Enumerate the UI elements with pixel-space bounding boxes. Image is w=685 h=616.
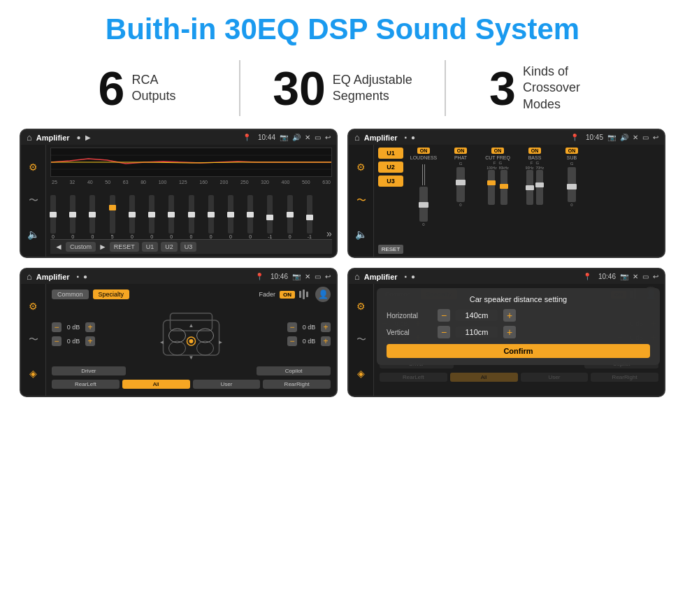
- eq-dot-icon: ●: [77, 134, 81, 141]
- eq-graph: [50, 148, 332, 177]
- stat-rca-label: RCA Outputs: [131, 72, 175, 105]
- eq-u3-button[interactable]: U3: [180, 242, 197, 252]
- eq-slider-2: 0: [89, 195, 95, 239]
- svg-point-8: [197, 341, 214, 355]
- user-button[interactable]: User: [193, 380, 261, 389]
- distance-title: Amplifier: [364, 273, 398, 281]
- copilot-button[interactable]: Copilot: [257, 366, 331, 375]
- vol-minus-3[interactable]: −: [287, 336, 297, 346]
- fader-screen: ⌂ Amplifier ▪ ● 📍 10:46 📷 ✕ ▭ ↩ ⚙ 〜 ◈ Co…: [20, 268, 338, 397]
- home-icon[interactable]: ⌂: [27, 132, 32, 143]
- distance-pin-icon: 📍: [583, 273, 591, 280]
- crossover-sidebar-eq-icon[interactable]: ⚙: [353, 159, 370, 176]
- eq-slider-5: 0: [149, 195, 154, 239]
- vol-minus-2[interactable]: −: [287, 322, 297, 332]
- channel-bass: ON BASS FG 90Hz 70Hz: [517, 148, 552, 254]
- sub-on-button[interactable]: ON: [565, 148, 579, 154]
- distance-sidebar-speaker-icon[interactable]: ◈: [353, 365, 370, 382]
- bass-on-button[interactable]: ON: [528, 148, 542, 154]
- eq-play-icon: ▶: [85, 134, 91, 141]
- horizontal-minus-button[interactable]: −: [438, 309, 450, 322]
- distance-sidebar-eq-icon[interactable]: ⚙: [353, 298, 370, 315]
- sub-label: SUB: [567, 155, 577, 160]
- eq-u1-button[interactable]: U1: [142, 242, 159, 252]
- crossover-back-icon[interactable]: ↩: [653, 134, 658, 141]
- distance-back-icon[interactable]: ↩: [653, 273, 658, 280]
- vol-control-0: − 0 dB +: [52, 322, 95, 332]
- expand-icon[interactable]: »: [326, 228, 332, 239]
- rearleft-button[interactable]: RearLeft: [52, 380, 120, 389]
- vol-plus-2[interactable]: +: [321, 322, 331, 332]
- crossover-sound-icon: 🔊: [620, 134, 628, 141]
- crossover-sidebar-wave-icon[interactable]: 〜: [353, 192, 370, 209]
- u1-button[interactable]: U1: [378, 148, 403, 159]
- crossover-main: U1 U2 U3 RESET ON LOUDNESS: [374, 145, 664, 257]
- fader-left-controls: − 0 dB + − 0 dB +: [52, 322, 95, 346]
- crossover-body: ⚙ 〜 🔈 U1 U2 U3 RESET ON LOUDNESS: [349, 145, 664, 257]
- eq-u2-button[interactable]: U2: [161, 242, 178, 252]
- fader-body: ⚙ 〜 ◈ Common Specialty Fader ON 👤: [21, 284, 336, 396]
- fader-sidebar-wave-icon[interactable]: 〜: [25, 331, 42, 348]
- eq-slider-12: 0: [287, 195, 293, 239]
- confirm-button[interactable]: Confirm: [387, 344, 650, 358]
- fader-back-icon[interactable]: ↩: [325, 273, 331, 280]
- channel-phat: ON PHAT G 0: [443, 148, 478, 254]
- fader-common-tab[interactable]: Common: [52, 289, 89, 299]
- distance-sidebar-wave-icon[interactable]: 〜: [353, 331, 370, 348]
- eq-reset-button[interactable]: RESET: [110, 242, 139, 252]
- u2-button[interactable]: U2: [378, 162, 403, 173]
- eq-prev-button[interactable]: ◄: [55, 242, 63, 252]
- fader-sidebar-eq-icon[interactable]: ⚙: [25, 298, 42, 315]
- vol-control-3: − 0 dB +: [287, 336, 331, 346]
- all-button[interactable]: All: [122, 380, 190, 389]
- fader-sidebar-speaker-icon[interactable]: ◈: [25, 365, 42, 382]
- fader-main: Common Specialty Fader ON 👤 −: [46, 284, 336, 396]
- distance-rect-icon: ▭: [642, 273, 649, 280]
- vol-plus-3[interactable]: +: [321, 336, 331, 346]
- fader-controls: − 0 dB + − 0 dB +: [52, 306, 331, 362]
- fader-specialty-tab[interactable]: Specialty: [93, 289, 130, 299]
- vol-plus-0[interactable]: +: [85, 322, 95, 332]
- vol-minus-0[interactable]: −: [52, 322, 62, 332]
- vol-plus-1[interactable]: +: [85, 336, 95, 346]
- horizontal-plus-button[interactable]: +: [503, 309, 516, 322]
- eq-sidebar-eq-icon[interactable]: ⚙: [25, 159, 42, 176]
- screens-grid: ⌂ Amplifier ● ▶ 📍 10:44 📷 🔊 ✕ ▭ ↩ ⚙ 〜 🔈: [0, 129, 685, 407]
- distance-time: 10:46: [598, 273, 616, 280]
- crossover-x-icon: ✕: [633, 134, 638, 141]
- crossover-home-icon[interactable]: ⌂: [354, 132, 360, 143]
- rearright-button[interactable]: RearRight: [263, 380, 331, 389]
- stat-eq: 30 EQ Adjustable Segments: [247, 64, 438, 112]
- loudness-on-button[interactable]: ON: [417, 148, 431, 154]
- eq-sidebar-wave-icon[interactable]: 〜: [25, 192, 42, 209]
- cutfreq-on-button[interactable]: ON: [491, 148, 505, 154]
- vertical-label: Vertical: [387, 329, 432, 336]
- stat-rca: 6 RCA Outputs: [42, 64, 232, 112]
- crossover-sidebar-speaker-icon[interactable]: 🔈: [353, 226, 370, 243]
- eq-next-button[interactable]: ►: [99, 242, 107, 252]
- cutfreq-label: CUT FREQ: [485, 155, 510, 160]
- eq-sidebar-speaker-icon[interactable]: 🔈: [25, 226, 42, 243]
- stat-crossover-number: 3: [489, 64, 516, 112]
- distance-home-icon[interactable]: ⌂: [354, 271, 360, 282]
- vertical-minus-button[interactable]: −: [438, 326, 450, 338]
- eq-body: ⚙ 〜 🔈: [21, 145, 336, 257]
- fader-x-icon: ✕: [305, 273, 310, 280]
- fader-on-button[interactable]: ON: [280, 291, 295, 299]
- eq-sound-icon: 🔊: [292, 134, 301, 141]
- vol-minus-1[interactable]: −: [52, 336, 62, 346]
- horizontal-row: Horizontal − 140cm +: [387, 309, 650, 322]
- crossover-channels: ON LOUDNESS 0: [406, 148, 660, 254]
- crossover-sidebar: ⚙ 〜 🔈: [349, 145, 374, 257]
- eq-back-icon[interactable]: ↩: [325, 134, 331, 141]
- vertical-plus-button[interactable]: +: [503, 326, 516, 338]
- eq-custom-button[interactable]: Custom: [66, 242, 96, 252]
- driver-button[interactable]: Driver: [52, 366, 126, 375]
- vertical-value: 110cm: [456, 327, 498, 338]
- phat-on-button[interactable]: ON: [454, 148, 468, 154]
- fader-home-icon[interactable]: ⌂: [27, 271, 32, 282]
- crossover-reset-button[interactable]: RESET: [378, 245, 403, 254]
- eq-sliders: 0 0 0 5 0: [50, 187, 332, 239]
- fader-tabs-row: Common Specialty Fader ON 👤: [52, 287, 331, 302]
- u3-button[interactable]: U3: [378, 176, 403, 187]
